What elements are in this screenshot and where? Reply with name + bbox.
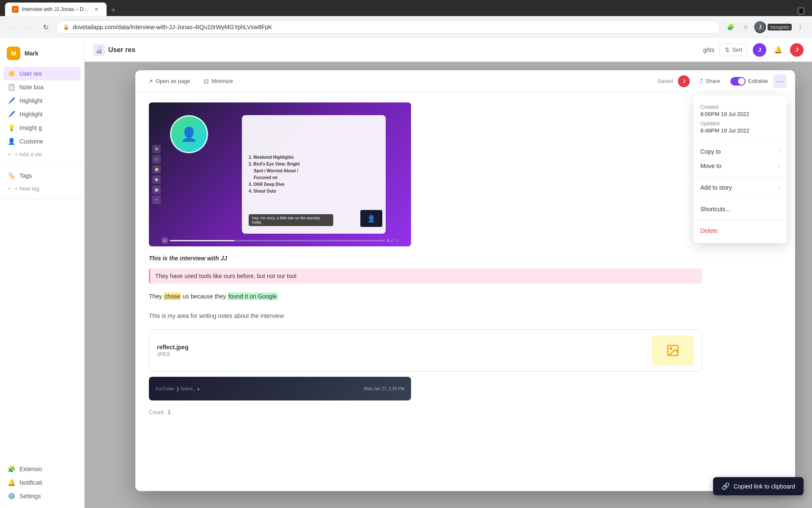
doc-count: Count 1 bbox=[149, 406, 702, 419]
video-participant-avatar: 👤 bbox=[170, 115, 208, 153]
created-value: 8:06PM 19 Jul 2022 bbox=[700, 111, 780, 117]
settings-icon: ⚙️ bbox=[8, 492, 15, 500]
tab-label: Interview with JJ Jonas – Dove... bbox=[22, 6, 90, 12]
tab-close-icon[interactable]: ✕ bbox=[93, 6, 100, 13]
toast-notification: 🔗 Copied link to clipboard bbox=[713, 477, 804, 495]
tags-label: Tags bbox=[19, 172, 32, 179]
sidebar-item-customer[interactable]: 👤 Custome bbox=[3, 135, 81, 148]
workspace-name: Mark bbox=[25, 50, 38, 57]
back-button[interactable]: ← bbox=[5, 20, 19, 34]
delete-item[interactable]: Delete bbox=[694, 224, 787, 238]
sidebar-item-settings[interactable]: ⚙️ Settings bbox=[3, 489, 81, 503]
copy-to-label: Copy to bbox=[700, 148, 721, 155]
insight-group-icon: 💡 bbox=[8, 124, 15, 132]
insights-label: ghts bbox=[703, 47, 714, 53]
sidebar-item-tags[interactable]: 🏷️ Tags bbox=[3, 169, 81, 182]
add-to-story-item[interactable]: Add to story › bbox=[694, 180, 787, 195]
topbar: 🔬 User res ghts ⇅ Sort J 🔔 J bbox=[85, 38, 812, 62]
customer-icon: 👤 bbox=[8, 138, 15, 145]
open-as-page-label: Open as page bbox=[156, 78, 190, 84]
second-video-thumb: Ful-Folder ❯ Select... ∎ Wed Jan 27, 2:3… bbox=[149, 377, 411, 400]
address-bar[interactable]: 🔒 dovetailapp.com/data/Interview-with-JJ… bbox=[56, 20, 720, 34]
sidebar-item-note-board[interactable]: 📋 Note boa bbox=[3, 80, 81, 94]
doc-note-text: This is my area for writing notes about … bbox=[149, 309, 702, 323]
sidebar-divider-1 bbox=[0, 165, 84, 166]
extensions-icon[interactable]: 🧩 bbox=[724, 20, 737, 34]
reload-button[interactable]: ↻ bbox=[39, 20, 52, 34]
shortcuts-label: Shortcuts... bbox=[700, 206, 730, 213]
text-us-because: us because they bbox=[183, 293, 228, 300]
sidebar-section-bottom: 🧩 Extensio 🔔 Notificati ⚙️ Settings bbox=[0, 462, 84, 503]
move-to-label: Move to bbox=[700, 163, 721, 169]
more-browser-icon[interactable]: ⋮ bbox=[793, 20, 807, 34]
attachment-type: JPEG bbox=[157, 351, 645, 357]
dropdown-updated-section: Updated 8:48PM 19 Jul 2022 bbox=[694, 121, 787, 137]
editable-label: Editable bbox=[748, 78, 768, 84]
share-button[interactable]: ⤴ Share bbox=[695, 75, 725, 87]
doc-toolbar-left: ↗ Open as page ⊡ Minimize bbox=[144, 75, 237, 87]
extensions-sidebar-icon: 🧩 bbox=[8, 465, 15, 473]
doc-user-avatar[interactable]: J bbox=[678, 75, 690, 87]
add-view-button[interactable]: + + Add a vie bbox=[3, 148, 81, 160]
share-label: Share bbox=[705, 78, 720, 84]
profile-icon[interactable]: J bbox=[754, 21, 766, 33]
browser-tab-active[interactable]: D Interview with JJ Jonas – Dove... ✕ bbox=[5, 3, 107, 16]
user-research-icon: ☀️ bbox=[8, 70, 15, 77]
attachment-block[interactable]: reflect.jpeg JPEG bbox=[149, 329, 702, 372]
sidebar-item-extensions[interactable]: 🧩 Extensio bbox=[3, 462, 81, 476]
minimize-browser-icon[interactable]: ⬇ bbox=[798, 8, 804, 14]
bell-button[interactable]: 🔔 bbox=[771, 43, 785, 57]
notifications-label: Notificati bbox=[19, 479, 42, 486]
sidebar-item-highlight-1[interactable]: 🖊️ Highlight bbox=[3, 94, 81, 108]
svg-point-1 bbox=[670, 348, 672, 349]
saved-badge: Saved bbox=[657, 78, 673, 84]
browser-chrome: D Interview with JJ Jonas – Dove... ✕ + … bbox=[0, 0, 812, 38]
sidebar-item-highlight-2[interactable]: 🖊️ Highlight bbox=[3, 108, 81, 121]
minimize-label: Minimize bbox=[211, 78, 233, 84]
dropdown-menu: Created 8:06PM 19 Jul 2022 Updated 8:48P… bbox=[694, 96, 787, 243]
tags-icon: 🏷️ bbox=[8, 172, 15, 179]
copy-to-item[interactable]: Copy to › bbox=[694, 144, 787, 159]
add-to-story-label: Add to story bbox=[700, 184, 732, 191]
count-label: Count bbox=[149, 409, 164, 415]
new-tab-button[interactable]: + bbox=[107, 4, 119, 16]
forward-button[interactable]: → bbox=[22, 20, 36, 34]
toggle-switch[interactable] bbox=[730, 77, 746, 86]
notifications-icon: 🔔 bbox=[8, 479, 15, 486]
main-area: 🔬 User res ghts ⇅ Sort J 🔔 J bbox=[85, 38, 812, 508]
open-page-icon: ↗ bbox=[148, 78, 153, 85]
sidebar-item-notifications[interactable]: 🔔 Notificati bbox=[3, 476, 81, 489]
browser-tabs: D Interview with JJ Jonas – Dove... ✕ + … bbox=[0, 0, 812, 16]
minimize-button[interactable]: ⊡ Minimize bbox=[200, 75, 237, 87]
bookmark-icon[interactable]: ☆ bbox=[739, 20, 752, 34]
sidebar-section-tags: 🏷️ Tags + + New tag bbox=[0, 169, 84, 194]
note-board-icon: 📋 bbox=[8, 83, 15, 91]
shortcuts-item[interactable]: Shortcuts... bbox=[694, 202, 787, 216]
topbar-user-avatar[interactable]: J bbox=[753, 43, 766, 57]
text-they: They bbox=[149, 293, 164, 300]
open-as-page-button[interactable]: ↗ Open as page bbox=[144, 75, 195, 87]
dropdown-divider-3 bbox=[694, 198, 787, 199]
new-tag-button[interactable]: + + New tag bbox=[3, 182, 81, 194]
settings-label: Settings bbox=[19, 493, 41, 500]
sidebar: M Mark ☀️ User res 📋 Note boa 🖊️ Highlig… bbox=[0, 38, 85, 508]
text-chose-block: They chose us because they found it on G… bbox=[149, 289, 702, 304]
sidebar-header: M Mark bbox=[0, 43, 84, 67]
incognito-badge: Incognito bbox=[768, 24, 792, 30]
dropdown-created-section: Created 8:06PM 19 Jul 2022 bbox=[694, 101, 787, 121]
topbar-profile-avatar[interactable]: J bbox=[790, 43, 804, 57]
doc-video: ⚙ ▷ 🏠 ◉ ▦ • 👤 bbox=[149, 102, 411, 246]
toggle-knob bbox=[738, 78, 745, 85]
updated-value: 8:48PM 19 Jul 2022 bbox=[700, 127, 780, 134]
move-to-item[interactable]: Move to › bbox=[694, 159, 787, 173]
sidebar-section-main: ☀️ User res 📋 Note boa 🖊️ Highlight 🖊️ H… bbox=[0, 67, 84, 160]
sidebar-item-insight-group[interactable]: 💡 Insight g bbox=[3, 121, 81, 135]
more-options-button[interactable]: ⋯ bbox=[773, 75, 787, 88]
sidebar-item-user-research[interactable]: ☀️ User res bbox=[3, 67, 81, 80]
sort-label: Sort bbox=[732, 47, 742, 53]
sort-icon: ⇅ bbox=[725, 47, 730, 53]
topbar-right: ghts ⇅ Sort J 🔔 J bbox=[703, 43, 804, 57]
sort-button[interactable]: ⇅ Sort bbox=[719, 44, 748, 56]
text-chose-highlight: chose bbox=[164, 293, 181, 300]
add-view-label: + Add a vie bbox=[14, 151, 42, 157]
